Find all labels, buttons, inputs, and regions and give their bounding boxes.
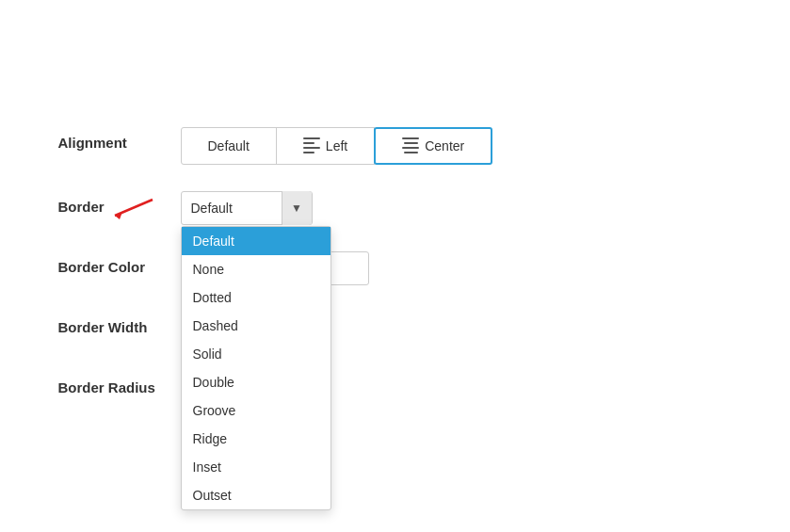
border-dropdown[interactable]: Default ▼ Default None Dotted Dashed Sol… [181,191,313,225]
border-option-outset[interactable]: Outset [182,481,331,509]
border-radius-label: Border Radius [58,372,181,395]
icon-line [404,142,418,144]
border-width-label: Border Width [58,312,181,335]
icon-line [402,147,419,149]
border-option-none[interactable]: None [182,255,331,283]
icon-line [303,137,320,139]
alignment-label: Alignment [58,127,181,151]
border-option-dashed[interactable]: Dashed [182,312,331,340]
icon-line [303,142,314,144]
border-option-groove[interactable]: Groove [182,396,331,425]
border-color-row: Border Color [58,251,733,285]
alignment-default-button[interactable]: Default [181,127,277,165]
border-row: Border Default ▼ Default None Dotted Das… [58,191,733,225]
align-center-icon [402,137,419,153]
arrow-indicator [105,195,162,227]
border-color-label: Border Color [58,251,181,275]
alignment-center-button[interactable]: Center [374,127,492,165]
icon-line [404,152,418,153]
alignment-center-label: Center [425,138,464,153]
icon-line [402,137,419,139]
alignment-controls: Default Left Center [181,127,733,165]
border-dropdown-menu: Default None Dotted Dashed Solid Double … [181,226,331,510]
alignment-left-label: Left [326,138,347,153]
border-option-solid[interactable]: Solid [182,340,331,368]
border-option-dotted[interactable]: Dotted [182,283,331,312]
align-left-icon [303,137,320,153]
border-dropdown-trigger[interactable]: Default ▼ [181,191,313,225]
border-selected-value: Default [182,201,282,216]
icon-line [303,147,320,149]
border-option-ridge[interactable]: Ridge [182,425,331,453]
border-option-default[interactable]: Default [182,227,331,255]
alignment-default-label: Default [208,138,250,153]
dropdown-arrow-icon: ▼ [282,191,312,225]
settings-panel: Alignment Default Left [28,105,763,428]
red-arrow-icon [105,195,162,223]
alignment-row: Alignment Default Left [58,127,733,165]
border-option-double[interactable]: Double [182,368,331,396]
border-controls: Default ▼ Default None Dotted Dashed Sol… [181,191,733,225]
border-width-row: Border Width px [58,312,733,346]
border-radius-row: Border Radius px [58,372,733,406]
alignment-left-button[interactable]: Left [276,127,375,165]
icon-line [303,152,314,153]
border-option-inset[interactable]: Inset [182,453,331,481]
